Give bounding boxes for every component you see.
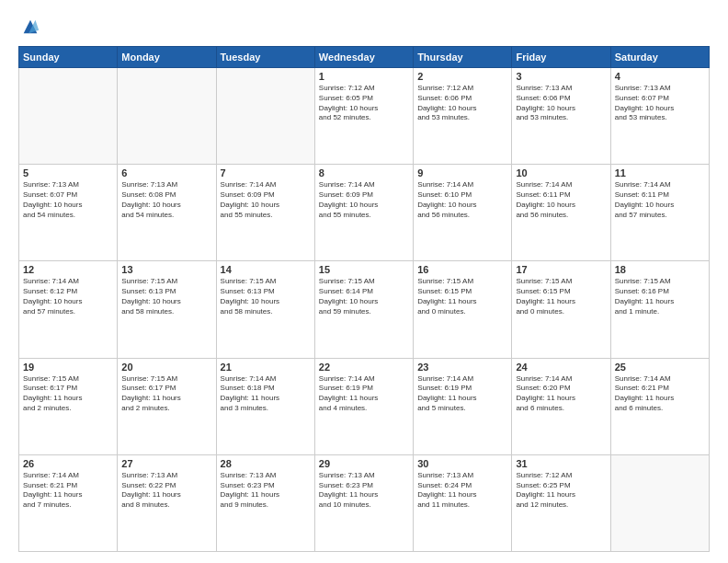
day-number: 10 [516, 167, 606, 178]
day-info: Sunrise: 7:14 AM Sunset: 6:20 PM Dayligh… [516, 374, 606, 414]
calendar-header-tuesday: Tuesday [216, 47, 314, 68]
day-info: Sunrise: 7:14 AM Sunset: 6:19 PM Dayligh… [319, 374, 409, 414]
calendar-cell: 2Sunrise: 7:12 AM Sunset: 6:06 PM Daylig… [414, 68, 512, 165]
day-number: 20 [121, 362, 211, 373]
day-info: Sunrise: 7:15 AM Sunset: 6:16 PM Dayligh… [615, 277, 705, 316]
day-number: 16 [417, 264, 507, 275]
calendar-cell: 25Sunrise: 7:14 AM Sunset: 6:21 PM Dayli… [610, 358, 709, 454]
calendar-cell: 30Sunrise: 7:13 AM Sunset: 6:24 PM Dayli… [414, 454, 512, 551]
calendar-cell: 18Sunrise: 7:15 AM Sunset: 6:16 PM Dayli… [610, 261, 709, 358]
calendar-cell [610, 454, 709, 551]
calendar-cell: 21Sunrise: 7:14 AM Sunset: 6:18 PM Dayli… [216, 358, 314, 454]
day-info: Sunrise: 7:14 AM Sunset: 6:21 PM Dayligh… [23, 471, 113, 511]
calendar-header-friday: Friday [512, 47, 610, 68]
day-number: 23 [417, 362, 507, 373]
calendar-week-4: 19Sunrise: 7:15 AM Sunset: 6:17 PM Dayli… [19, 358, 710, 454]
calendar-cell: 16Sunrise: 7:15 AM Sunset: 6:15 PM Dayli… [414, 261, 512, 358]
calendar-cell: 28Sunrise: 7:13 AM Sunset: 6:23 PM Dayli… [216, 454, 314, 551]
calendar-cell: 7Sunrise: 7:14 AM Sunset: 6:09 PM Daylig… [216, 165, 314, 261]
calendar-cell: 17Sunrise: 7:15 AM Sunset: 6:15 PM Dayli… [512, 261, 610, 358]
calendar-cell: 20Sunrise: 7:15 AM Sunset: 6:17 PM Dayli… [118, 358, 216, 454]
calendar-cell: 11Sunrise: 7:14 AM Sunset: 6:11 PM Dayli… [610, 165, 709, 261]
day-number: 27 [121, 458, 211, 469]
day-info: Sunrise: 7:12 AM Sunset: 6:06 PM Dayligh… [417, 84, 507, 123]
day-info: Sunrise: 7:14 AM Sunset: 6:09 PM Dayligh… [319, 180, 409, 220]
day-info: Sunrise: 7:12 AM Sunset: 6:05 PM Dayligh… [319, 84, 409, 123]
day-number: 8 [319, 167, 409, 178]
day-number: 25 [615, 362, 705, 373]
day-number: 14 [221, 264, 311, 275]
day-number: 5 [23, 167, 113, 178]
day-number: 29 [319, 458, 409, 469]
day-number: 15 [319, 264, 409, 275]
day-info: Sunrise: 7:15 AM Sunset: 6:17 PM Dayligh… [23, 374, 113, 414]
day-info: Sunrise: 7:13 AM Sunset: 6:24 PM Dayligh… [417, 471, 507, 511]
calendar-cell: 10Sunrise: 7:14 AM Sunset: 6:11 PM Dayli… [512, 165, 610, 261]
calendar-cell: 12Sunrise: 7:14 AM Sunset: 6:12 PM Dayli… [19, 261, 118, 358]
calendar-cell: 4Sunrise: 7:13 AM Sunset: 6:07 PM Daylig… [610, 68, 709, 165]
day-info: Sunrise: 7:14 AM Sunset: 6:09 PM Dayligh… [221, 180, 311, 220]
day-number: 2 [417, 71, 507, 82]
logo [18, 17, 40, 37]
calendar-cell: 24Sunrise: 7:14 AM Sunset: 6:20 PM Dayli… [512, 358, 610, 454]
calendar-cell: 31Sunrise: 7:12 AM Sunset: 6:25 PM Dayli… [512, 454, 610, 551]
day-info: Sunrise: 7:14 AM Sunset: 6:10 PM Dayligh… [417, 180, 507, 220]
calendar-header-row: SundayMondayTuesdayWednesdayThursdayFrid… [19, 47, 710, 68]
calendar-week-1: 1Sunrise: 7:12 AM Sunset: 6:05 PM Daylig… [19, 68, 710, 165]
day-info: Sunrise: 7:14 AM Sunset: 6:18 PM Dayligh… [221, 374, 311, 414]
day-info: Sunrise: 7:14 AM Sunset: 6:11 PM Dayligh… [615, 180, 705, 220]
calendar-cell: 15Sunrise: 7:15 AM Sunset: 6:14 PM Dayli… [314, 261, 413, 358]
calendar-header-thursday: Thursday [414, 47, 512, 68]
day-number: 24 [516, 362, 606, 373]
day-number: 4 [615, 71, 705, 82]
calendar-week-5: 26Sunrise: 7:14 AM Sunset: 6:21 PM Dayli… [19, 454, 710, 551]
calendar-header-monday: Monday [118, 47, 216, 68]
day-number: 7 [221, 167, 311, 178]
calendar-cell: 22Sunrise: 7:14 AM Sunset: 6:19 PM Dayli… [314, 358, 413, 454]
day-number: 6 [121, 167, 211, 178]
day-number: 26 [23, 458, 113, 469]
calendar-table: SundayMondayTuesdayWednesdayThursdayFrid… [18, 46, 710, 552]
calendar-cell: 9Sunrise: 7:14 AM Sunset: 6:10 PM Daylig… [414, 165, 512, 261]
day-number: 17 [516, 264, 606, 275]
day-number: 12 [23, 264, 113, 275]
calendar-cell: 1Sunrise: 7:12 AM Sunset: 6:05 PM Daylig… [314, 68, 413, 165]
calendar-cell: 5Sunrise: 7:13 AM Sunset: 6:07 PM Daylig… [19, 165, 118, 261]
calendar-week-3: 12Sunrise: 7:14 AM Sunset: 6:12 PM Dayli… [19, 261, 710, 358]
day-number: 30 [417, 458, 507, 469]
calendar-cell [216, 68, 314, 165]
day-number: 18 [615, 264, 705, 275]
day-number: 9 [417, 167, 507, 178]
day-info: Sunrise: 7:14 AM Sunset: 6:19 PM Dayligh… [417, 374, 507, 414]
page: SundayMondayTuesdayWednesdayThursdayFrid… [0, 0, 728, 563]
day-number: 31 [516, 458, 606, 469]
day-info: Sunrise: 7:14 AM Sunset: 6:12 PM Dayligh… [23, 277, 113, 316]
calendar-cell: 27Sunrise: 7:13 AM Sunset: 6:22 PM Dayli… [118, 454, 216, 551]
day-info: Sunrise: 7:15 AM Sunset: 6:14 PM Dayligh… [319, 277, 409, 316]
calendar-cell: 19Sunrise: 7:15 AM Sunset: 6:17 PM Dayli… [19, 358, 118, 454]
day-number: 28 [221, 458, 311, 469]
calendar-cell: 3Sunrise: 7:13 AM Sunset: 6:06 PM Daylig… [512, 68, 610, 165]
day-info: Sunrise: 7:13 AM Sunset: 6:07 PM Dayligh… [23, 180, 113, 220]
calendar-header-saturday: Saturday [610, 47, 709, 68]
calendar-cell: 6Sunrise: 7:13 AM Sunset: 6:08 PM Daylig… [118, 165, 216, 261]
day-info: Sunrise: 7:14 AM Sunset: 6:11 PM Dayligh… [516, 180, 606, 220]
header [18, 17, 710, 37]
day-number: 19 [23, 362, 113, 373]
day-info: Sunrise: 7:15 AM Sunset: 6:13 PM Dayligh… [121, 277, 211, 316]
day-number: 13 [121, 264, 211, 275]
day-info: Sunrise: 7:15 AM Sunset: 6:13 PM Dayligh… [221, 277, 311, 316]
day-info: Sunrise: 7:15 AM Sunset: 6:15 PM Dayligh… [516, 277, 606, 316]
logo-icon [20, 17, 40, 37]
calendar-header-sunday: Sunday [19, 47, 118, 68]
day-number: 11 [615, 167, 705, 178]
day-info: Sunrise: 7:13 AM Sunset: 6:22 PM Dayligh… [121, 471, 211, 511]
day-number: 21 [221, 362, 311, 373]
day-info: Sunrise: 7:13 AM Sunset: 6:23 PM Dayligh… [221, 471, 311, 511]
calendar-cell [118, 68, 216, 165]
day-info: Sunrise: 7:13 AM Sunset: 6:07 PM Dayligh… [615, 84, 705, 123]
day-info: Sunrise: 7:15 AM Sunset: 6:17 PM Dayligh… [121, 374, 211, 414]
day-info: Sunrise: 7:12 AM Sunset: 6:25 PM Dayligh… [516, 471, 606, 511]
day-info: Sunrise: 7:13 AM Sunset: 6:08 PM Dayligh… [121, 180, 211, 220]
day-number: 22 [319, 362, 409, 373]
